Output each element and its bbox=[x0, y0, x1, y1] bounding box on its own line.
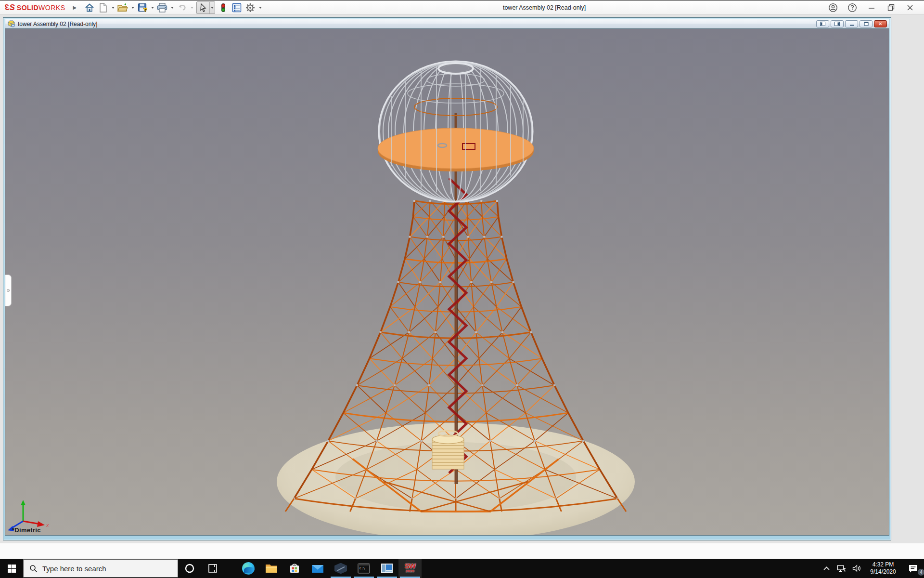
app-title: tower Assembly 02 [Read-only] bbox=[263, 4, 826, 11]
account-icon[interactable] bbox=[826, 1, 840, 14]
document-titlebar[interactable]: tower Assembly 02 [Read-only] ✕ bbox=[5, 19, 889, 28]
clock-date: 9/14/2020 bbox=[864, 568, 902, 576]
taskbar-app-file-explorer[interactable] bbox=[260, 559, 283, 578]
app-titlebar: 3S SOLIDWORKS ▶ bbox=[0, 0, 924, 14]
ds-logo-mark: 3S bbox=[5, 3, 15, 13]
viewport-3d[interactable]: x *Dimetric bbox=[5, 28, 889, 536]
select-tool-pressed bbox=[196, 1, 215, 14]
taskbar-app-solidworks[interactable]: SW 2020 bbox=[398, 559, 422, 578]
taskbar-app-store[interactable] bbox=[283, 559, 306, 578]
document-title: tower Assembly 02 [Read-only] bbox=[18, 21, 816, 27]
safety-light-icon[interactable] bbox=[217, 1, 230, 14]
help-icon[interactable] bbox=[845, 1, 860, 14]
view-orientation-label: *Dimetric bbox=[12, 526, 41, 534]
featuremanager-collapsed-tab[interactable] bbox=[5, 275, 12, 306]
taskbar-app-window[interactable] bbox=[375, 559, 398, 578]
document-window: tower Assembly 02 [Read-only] ✕ x *Dimet… bbox=[3, 17, 891, 540]
solidworks-2020-icon: SW 2020 bbox=[405, 563, 415, 574]
taskbar-app-edge[interactable] bbox=[237, 559, 260, 578]
print-button[interactable] bbox=[156, 1, 168, 14]
select-tool-dropdown[interactable] bbox=[209, 2, 215, 13]
windows-taskbar: C:\_ SW 2020 4:32 PM 9/14/2020 bbox=[0, 559, 924, 578]
notification-badge: 4 bbox=[917, 568, 924, 576]
save-dropdown[interactable] bbox=[150, 1, 155, 14]
options-gear-button[interactable] bbox=[244, 1, 257, 14]
doc-minimize-button[interactable] bbox=[845, 20, 858, 27]
new-document-dropdown[interactable] bbox=[110, 1, 116, 14]
search-input[interactable] bbox=[42, 565, 163, 573]
undo-button[interactable] bbox=[176, 1, 188, 14]
open-dropdown[interactable] bbox=[130, 1, 135, 14]
volume-icon[interactable] bbox=[849, 559, 864, 578]
select-tool-button[interactable] bbox=[197, 1, 209, 14]
tower-assembly-model: x bbox=[5, 29, 889, 536]
search-icon bbox=[29, 565, 38, 573]
app-client-strip bbox=[0, 543, 924, 559]
network-icon[interactable] bbox=[834, 559, 849, 578]
start-button[interactable] bbox=[0, 559, 23, 578]
taskbar-clock[interactable]: 4:32 PM 9/14/2020 bbox=[864, 559, 902, 578]
doc-restore-button[interactable] bbox=[860, 20, 873, 27]
restore-button[interactable] bbox=[884, 1, 898, 14]
hex-app-icon bbox=[334, 563, 347, 574]
undo-dropdown[interactable] bbox=[189, 1, 194, 14]
options-dropdown[interactable] bbox=[257, 1, 263, 14]
toolbar-flyout-arrow[interactable]: ▶ bbox=[73, 5, 77, 10]
assembly-icon bbox=[7, 20, 15, 27]
solidworks-logo: 3S SOLIDWORKS bbox=[5, 3, 65, 13]
taskbar-app-terminal[interactable]: C:\_ bbox=[352, 559, 375, 578]
home-button[interactable] bbox=[83, 1, 96, 14]
tray-show-hidden-icons[interactable] bbox=[819, 559, 834, 578]
print-dropdown[interactable] bbox=[169, 1, 175, 14]
action-center-button[interactable]: 4 bbox=[902, 559, 924, 578]
save-button[interactable] bbox=[136, 1, 149, 14]
svg-text:C:\_: C:\_ bbox=[359, 566, 367, 570]
toggle-right-pane-button[interactable] bbox=[831, 20, 844, 27]
taskbar-app-hex[interactable] bbox=[329, 559, 352, 578]
toggle-left-pane-button[interactable] bbox=[816, 20, 829, 27]
minimize-button[interactable] bbox=[864, 1, 879, 14]
svg-text:x: x bbox=[46, 522, 49, 528]
close-button[interactable] bbox=[903, 1, 917, 14]
new-document-button[interactable] bbox=[97, 1, 109, 14]
taskbar-app-mail[interactable] bbox=[306, 559, 329, 578]
doc-close-button[interactable]: ✕ bbox=[874, 20, 887, 27]
cortana-button[interactable] bbox=[178, 559, 201, 578]
clock-time: 4:32 PM bbox=[864, 561, 902, 568]
taskbar-search[interactable] bbox=[23, 559, 178, 578]
evaluate-list-icon[interactable] bbox=[231, 1, 243, 14]
open-button[interactable] bbox=[116, 1, 129, 14]
task-view-button[interactable] bbox=[201, 559, 224, 578]
pane-tab-dot bbox=[7, 289, 10, 292]
